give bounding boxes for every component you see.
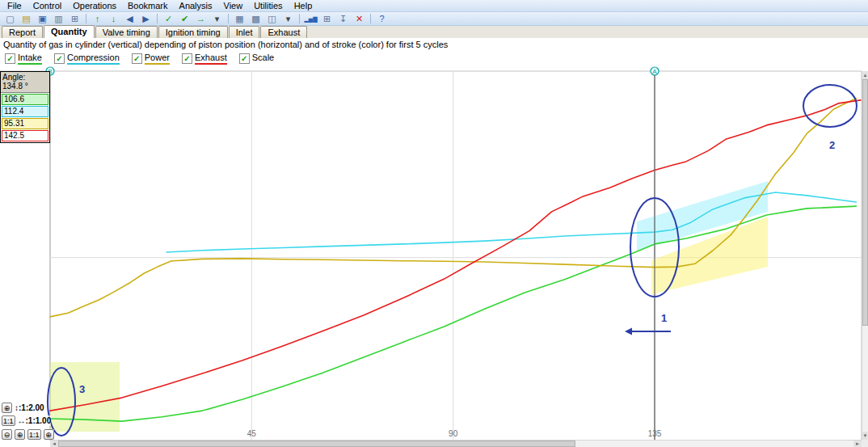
zoom-in-button[interactable]: ⊕	[15, 429, 25, 440]
zoom-row-0: ⊕↕:1:2.00	[2, 403, 44, 413]
horizontal-scrollbar[interactable]: ◄ ►	[50, 440, 862, 447]
menu-help[interactable]: Help	[289, 0, 318, 11]
menu-bar: FileControlOperationsBookmarkAnalysisVie…	[0, 0, 868, 12]
tab-ignition-timing[interactable]: Ignition timing	[158, 26, 228, 38]
fit-view-button[interactable]: ⊕	[44, 429, 54, 440]
checkbox-compression[interactable]: ✓	[54, 53, 65, 64]
next-view-icon[interactable]: ▶	[138, 12, 154, 26]
toolbar-separator	[299, 14, 300, 23]
copy-icon[interactable]: ⊞	[67, 12, 82, 26]
checkbox-scale[interactable]: ✓	[239, 53, 250, 64]
reset-zoom-button[interactable]: 1:1	[27, 429, 41, 440]
annotation-label-1: 1	[661, 312, 667, 324]
menu-operations[interactable]: Operations	[67, 0, 122, 11]
legend-header: Angle:134.8 °	[1, 72, 49, 93]
chart-description: Quantity of gas in cylinder (vertical) d…	[0, 39, 868, 51]
menu-view[interactable]: View	[218, 0, 249, 11]
menu-control[interactable]: Control	[27, 0, 67, 11]
marker-a-label: A	[652, 68, 657, 75]
zoom-row-label-1: ↔:1:1.00	[18, 416, 52, 425]
checkbox-intake[interactable]: ✓	[5, 53, 15, 64]
toggle-label-scale: Scale	[252, 53, 275, 65]
menu-utilities[interactable]: Utilities	[248, 0, 288, 11]
x-tick-label-90: 90	[449, 429, 458, 438]
help-icon[interactable]: ?	[374, 12, 390, 26]
chart-area: 4590135BA123 Angle:134.8 °106.6112.495.3…	[0, 66, 868, 447]
menu-file[interactable]: File	[2, 0, 27, 11]
step-run-icon[interactable]: →	[193, 12, 209, 26]
run-check-icon[interactable]: ✓	[161, 12, 176, 26]
legend-value-0: 106.6	[2, 94, 48, 105]
toolbar-separator	[228, 14, 229, 23]
chart-icon[interactable]: ▂▅▇	[303, 12, 318, 26]
toggle-power[interactable]: ✓Power	[132, 53, 170, 65]
toolbar-separator	[86, 14, 86, 23]
horizontal-scroll-thumb[interactable]	[58, 441, 575, 447]
open-icon[interactable]: ▤	[19, 12, 34, 26]
view-table-icon[interactable]: ▦	[232, 12, 247, 26]
scrollbar-corner	[862, 440, 868, 447]
toggle-label-exhaust: Exhaust	[195, 53, 227, 65]
legend-value-2: 95.31	[2, 118, 48, 129]
menu-bookmark[interactable]: Bookmark	[122, 0, 174, 11]
tab-valve-timing[interactable]: Valve timing	[95, 26, 158, 38]
annotation-ellipse-2	[803, 85, 857, 127]
tab-inlet[interactable]: Inlet	[229, 26, 260, 38]
bookmark-down-icon[interactable]: ↓	[106, 12, 121, 26]
view-options-icon[interactable]: ▾	[280, 12, 296, 26]
checkbox-exhaust[interactable]: ✓	[182, 53, 192, 64]
vertical-scroll-thumb[interactable]	[862, 79, 868, 326]
print-icon[interactable]: ▥	[51, 12, 66, 26]
view-split-icon[interactable]: ◫	[264, 12, 280, 26]
menu-analysis[interactable]: Analysis	[174, 0, 218, 11]
annotation-label-3: 3	[79, 383, 85, 395]
scroll-down-icon[interactable]: ▼	[862, 432, 868, 440]
legend-value-3: 142.5	[2, 130, 48, 141]
toolbar-separator	[370, 14, 371, 23]
save-icon[interactable]: ▣	[35, 12, 50, 26]
toolbar-separator	[157, 14, 158, 23]
chart-canvas[interactable]: 4590135BA123	[0, 66, 868, 447]
toggle-compression[interactable]: ✓Compression	[54, 53, 120, 65]
toggle-scale[interactable]: ✓Scale	[239, 53, 275, 65]
toggle-label-power: Power	[145, 53, 170, 65]
legend-angle-value: 134.8 °	[2, 82, 48, 91]
zoom-row-2: ⊖⊕1:1⊕	[2, 429, 54, 440]
toolbar: ▢▤▣▥⊞↑↓◀▶✓✔→▾▦▩◫▾▂▅▇⊞↧✕?	[0, 12, 868, 26]
view-grid-icon[interactable]: ▩	[248, 12, 263, 26]
export-icon[interactable]: ↧	[335, 12, 351, 26]
vertical-zoom-in-button[interactable]: ⊕	[2, 403, 12, 413]
zoom-out-button[interactable]: ⊖	[2, 429, 12, 440]
toggle-label-compression: Compression	[67, 53, 120, 65]
vertical-one-to-one-button[interactable]: 1:1	[2, 415, 15, 426]
bookmark-up-icon[interactable]: ↑	[90, 12, 105, 26]
tab-quantity[interactable]: Quantity	[44, 25, 95, 38]
tab-report[interactable]: Report	[2, 26, 43, 38]
horizontal-scroll-track[interactable]	[58, 441, 853, 447]
scroll-up-icon[interactable]: ▲	[862, 71, 868, 79]
prev-view-icon[interactable]: ◀	[122, 12, 137, 26]
legend-title: Angle:	[2, 73, 48, 82]
vertical-scrollbar[interactable]: ▲ ▼	[862, 71, 868, 440]
tab-bar: ReportQuantityValve timingIgnition timin…	[0, 26, 868, 39]
toggle-label-intake: Intake	[18, 53, 42, 65]
delete-icon[interactable]: ✕	[352, 12, 367, 26]
scroll-right-icon[interactable]: ►	[853, 441, 862, 447]
annotation-label-2: 2	[829, 139, 835, 151]
new-icon[interactable]: ▢	[2, 12, 18, 26]
series-toggle-bar: ✓Intake✓Compression✓Power✓Exhaust✓Scale	[0, 51, 868, 66]
toggle-intake[interactable]: ✓Intake	[5, 53, 42, 65]
legend-value-1: 112.4	[2, 106, 48, 117]
run-options-icon[interactable]: ▾	[209, 12, 225, 26]
checkbox-power[interactable]: ✓	[132, 53, 142, 64]
scroll-left-icon[interactable]: ◄	[50, 441, 58, 447]
app-window: FileControlOperationsBookmarkAnalysisVie…	[0, 0, 868, 447]
tab-exhaust[interactable]: Exhaust	[260, 26, 307, 38]
toggle-exhaust[interactable]: ✓Exhaust	[182, 53, 227, 65]
x-tick-label-45: 45	[247, 429, 257, 438]
annotation-arrow-1-head	[625, 328, 632, 335]
vertical-scroll-track[interactable]	[862, 79, 868, 432]
accept-all-icon[interactable]: ✔	[177, 12, 192, 26]
zoom-row-1: 1:1↔:1:1.00	[2, 415, 51, 426]
calculator-icon[interactable]: ⊞	[319, 12, 335, 26]
